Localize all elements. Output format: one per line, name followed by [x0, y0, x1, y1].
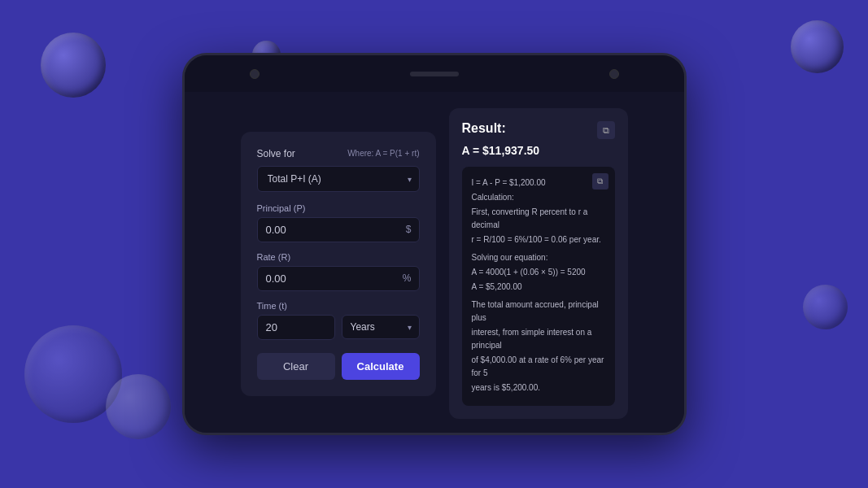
- calculator-panel: Solve for Where: A = P(1 + rt) Total P+I…: [241, 132, 436, 396]
- bg-sphere-3: [791, 20, 844, 73]
- detail-line-6: Solving our equation:: [472, 251, 605, 264]
- principal-input[interactable]: [257, 217, 420, 242]
- result-panel: Result: ⧉ A = $11,937.50 ⧉ I = A - P = $…: [449, 108, 628, 419]
- tablet-top-bar: [185, 55, 684, 92]
- copy-result-button[interactable]: ⧉: [597, 121, 615, 139]
- bg-sphere-1: [41, 33, 106, 98]
- detail-line-12: of $4,000.00 at a rate of 6% per year fo…: [472, 354, 605, 380]
- detail-line-2: Calculation:: [472, 191, 605, 204]
- result-detail-text: I = A - P = $1,200.00 Calculation: First…: [472, 176, 605, 394]
- time-unit-select[interactable]: YearsMonthsDays: [342, 315, 420, 339]
- tablet-device: Solve for Where: A = P(1 + rt) Total P+I…: [182, 53, 687, 435]
- detail-line-1: I = A - P = $1,200.00: [472, 176, 605, 190]
- solve-for-header: Solve for Where: A = P(1 + rt): [257, 148, 420, 159]
- time-input[interactable]: [257, 315, 335, 340]
- detail-line-10: The total amount accrued, principal plus: [472, 298, 605, 325]
- bg-sphere-5: [106, 374, 171, 439]
- time-field-group: Time (t) YearsMonthsDays ▾: [257, 301, 420, 340]
- rate-field-group: Rate (R) %: [257, 252, 420, 291]
- formula-label: Where: A = P(1 + rt): [347, 149, 419, 158]
- solve-for-label: Solve for: [257, 148, 295, 159]
- clear-button[interactable]: Clear: [257, 353, 335, 380]
- time-input-wrapper: [257, 315, 335, 340]
- copy-detail-button[interactable]: ⧉: [592, 173, 608, 190]
- result-title: Result:: [462, 121, 506, 136]
- detail-line-4: r = R/100 = 6%/100 = 0.06 per year.: [472, 233, 605, 246]
- result-header: Result: ⧉: [462, 121, 615, 139]
- front-camera: [250, 69, 260, 79]
- result-detail-box: ⧉ I = A - P = $1,200.00 Calculation: Fir…: [462, 167, 615, 406]
- detail-line-13: years is $5,200.00.: [472, 381, 605, 394]
- rate-label: Rate (R): [257, 252, 420, 262]
- microphone: [609, 69, 619, 79]
- rate-input-wrapper: %: [257, 266, 420, 291]
- solve-for-select[interactable]: Total P+I (A)Principal (P)Rate (R)Time (…: [257, 166, 420, 192]
- detail-line-8: A = $5,200.00: [472, 281, 605, 294]
- detail-line-11: interest, from simple interest on a prin…: [472, 326, 605, 352]
- detail-line-7: A = 4000(1 + (0.06 × 5)) = 5200: [472, 266, 605, 279]
- principal-label: Principal (P): [257, 203, 420, 213]
- percent-suffix: %: [403, 272, 412, 284]
- time-unit-select-wrapper: YearsMonthsDays ▾: [342, 315, 420, 340]
- principal-field-group: Principal (P) $: [257, 203, 420, 242]
- time-label: Time (t): [257, 301, 420, 311]
- tablet-content: Solve for Where: A = P(1 + rt) Total P+I…: [185, 92, 684, 435]
- button-row: Clear Calculate: [257, 353, 420, 380]
- bg-sphere-6: [803, 285, 848, 329]
- dollar-suffix: $: [406, 224, 412, 235]
- speaker-grille: [410, 72, 459, 76]
- time-row: YearsMonthsDays ▾: [257, 315, 420, 340]
- copy-detail-icon: ⧉: [597, 176, 603, 186]
- detail-line-3: First, converting R percent to r a decim…: [472, 206, 605, 232]
- calculate-button[interactable]: Calculate: [342, 353, 420, 380]
- rate-input[interactable]: [257, 266, 420, 291]
- copy-icon: ⧉: [603, 125, 609, 136]
- principal-input-wrapper: $: [257, 217, 420, 242]
- solve-for-select-wrapper: Total P+I (A)Principal (P)Rate (R)Time (…: [257, 166, 420, 192]
- result-main-value: A = $11,937.50: [462, 144, 615, 157]
